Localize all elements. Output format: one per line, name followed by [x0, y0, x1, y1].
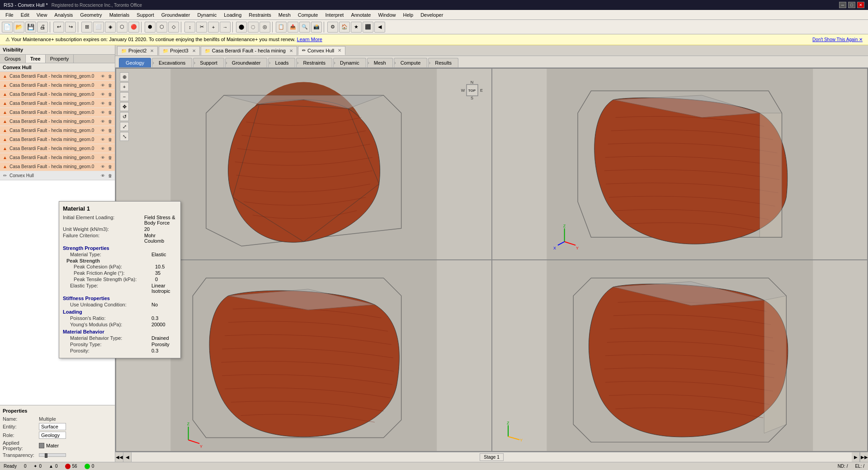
stage-prev-step-btn[interactable]: ◀ — [123, 452, 132, 462]
zoom-extent-btn[interactable]: ⊕ — [120, 72, 129, 81]
transparency-thumb[interactable] — [45, 453, 47, 458]
menu-item-support[interactable]: Support — [133, 11, 158, 19]
transparency-slider[interactable] — [39, 453, 66, 457]
tab-project2-close[interactable]: ✕ — [150, 48, 154, 53]
tool-9[interactable]: ◌ — [248, 22, 259, 33]
view-btn2[interactable]: ⬜ — [93, 22, 104, 33]
new-button[interactable]: 📄 — [2, 22, 13, 33]
save-button[interactable]: 💾 — [25, 22, 36, 33]
tree-item-5[interactable]: ▲ Casa Berardi Fault - hecla mining_geom… — [0, 117, 115, 126]
menu-item-groundwater[interactable]: Groundwater — [158, 11, 194, 19]
tool-16[interactable]: 🏠 — [339, 22, 350, 33]
tab-casa-berardi[interactable]: 📁 Casa Berardi Fault - hecla mining ✕ — [201, 46, 297, 55]
tree-item-del-4[interactable]: 🗑 — [107, 109, 113, 116]
menu-item-materials[interactable]: Materials — [106, 11, 133, 19]
collapse-btn[interactable]: ⤡ — [120, 132, 129, 141]
tool-1[interactable]: ⬢ — [145, 22, 156, 33]
menu-item-file[interactable]: File — [2, 11, 17, 19]
tab-tree[interactable]: Tree — [26, 55, 46, 63]
tool-3[interactable]: ◇ — [168, 22, 179, 33]
print-button[interactable]: 🖨 — [37, 22, 48, 33]
tree-item-0[interactable]: ▲ Casa Berardi Fault - hecla mining_geom… — [0, 72, 115, 81]
menu-item-window[interactable]: Window — [374, 11, 399, 19]
nav-tab-results[interactable]: Results — [428, 58, 458, 67]
tree-item-2[interactable]: ▲ Casa Berardi Fault - hecla mining_geom… — [0, 90, 115, 99]
tool-10[interactable]: ◎ — [259, 22, 270, 33]
menu-item-loading[interactable]: Loading — [220, 11, 245, 19]
view-btn3[interactable]: ◈ — [105, 22, 116, 33]
tool-13[interactable]: 🔍 — [299, 22, 310, 33]
expand-btn[interactable]: ⤢ — [120, 122, 129, 131]
zoom-in-btn[interactable]: + — [120, 82, 129, 91]
tool-5[interactable]: ✂ — [196, 22, 207, 33]
tree-item-eye-2[interactable]: 👁 — [99, 91, 106, 98]
menu-item-dynamic[interactable]: Dynamic — [193, 11, 220, 19]
tab-project3[interactable]: 📁 Project3 ✕ — [159, 46, 199, 55]
tree-item-eye-6[interactable]: 👁 — [99, 127, 106, 134]
tree-item-10[interactable]: ▲ Casa Berardi Fault - hecla mining_geom… — [0, 162, 115, 171]
menu-item-annotate[interactable]: Annotate — [347, 11, 374, 19]
tree-item-convex-hull[interactable]: ✏ Convex Hull 👁 🗑 — [0, 171, 115, 180]
tab-project2[interactable]: 📁 Project2 ✕ — [117, 46, 158, 55]
tree-item-eye-9[interactable]: 👁 — [99, 155, 106, 161]
tool-17[interactable]: ★ — [351, 22, 362, 33]
nav-tab-compute[interactable]: Compute — [394, 58, 428, 67]
tree-item-del-0[interactable]: 🗑 — [107, 73, 113, 80]
nav-tab-dynamic[interactable]: Dynamic — [333, 58, 366, 67]
stage-1-btn[interactable]: Stage 1 — [480, 453, 503, 461]
dismiss-notification-button[interactable]: Don't Show This Again ✕ — [812, 37, 863, 42]
nav-tab-geology[interactable]: Geology — [119, 58, 151, 67]
minimize-button[interactable]: ─ — [839, 2, 846, 8]
tree-item-9[interactable]: ▲ Casa Berardi Fault - hecla mining_geom… — [0, 153, 115, 162]
tab-property[interactable]: Property — [46, 55, 74, 63]
tab-convex-hull[interactable]: ✏ Convex Hull ✕ — [298, 46, 345, 55]
tab-convex-close[interactable]: ✕ — [338, 48, 341, 53]
undo-button[interactable]: ↩ — [53, 22, 64, 33]
pan-btn[interactable]: ✥ — [120, 102, 129, 111]
menu-item-view[interactable]: View — [33, 11, 51, 19]
tree-item-del-5[interactable]: 🗑 — [107, 118, 113, 125]
tree-item-del-6[interactable]: 🗑 — [107, 127, 113, 134]
tool-19[interactable]: ◀ — [374, 22, 385, 33]
tree-item-del-10[interactable]: 🗑 — [107, 164, 113, 170]
tree-item-del-7[interactable]: 🗑 — [107, 136, 113, 143]
convex-del-btn[interactable]: 🗑 — [107, 173, 113, 179]
tree-item-7[interactable]: ▲ Casa Berardi Fault - hecla mining_geom… — [0, 135, 115, 144]
menu-item-mesh[interactable]: Mesh — [275, 11, 294, 19]
tree-item-eye-3[interactable]: 👁 — [99, 100, 106, 107]
menu-item-geometry[interactable]: Geometry — [76, 11, 105, 19]
stage-next-btn[interactable]: ▶▶ — [860, 452, 868, 462]
tree-item-1[interactable]: ▲ Casa Berardi Fault - hecla mining_geom… — [0, 81, 115, 90]
tree-item-4[interactable]: ▲ Casa Berardi Fault - hecla mining_geom… — [0, 108, 115, 117]
tree-item-eye-0[interactable]: 👁 — [99, 73, 106, 80]
tree-item-del-1[interactable]: 🗑 — [107, 82, 113, 89]
menu-item-restraints[interactable]: Restraints — [245, 11, 275, 19]
tool-4[interactable]: ↕ — [184, 22, 195, 33]
tool-7[interactable]: → — [220, 22, 231, 33]
nav-tab-support[interactable]: Support — [193, 58, 224, 67]
tree-item-del-8[interactable]: 🗑 — [107, 146, 113, 152]
view-btn5[interactable]: 🔴 — [128, 22, 139, 33]
tab-project3-close[interactable]: ✕ — [192, 48, 196, 53]
stage-next-step-btn[interactable]: ▶ — [852, 452, 860, 462]
tab-casa-close[interactable]: ✕ — [289, 48, 293, 53]
tool-2[interactable]: ⬡ — [156, 22, 167, 33]
menu-item-help[interactable]: Help — [400, 11, 417, 19]
tool-8[interactable]: ⬤ — [236, 22, 247, 33]
tab-groups[interactable]: Groups — [0, 55, 26, 63]
menu-item-analysis[interactable]: Analysis — [51, 11, 76, 19]
open-button[interactable]: 📂 — [14, 22, 24, 33]
nav-tab-excavations[interactable]: Excavations — [152, 58, 192, 67]
tool-6[interactable]: + — [208, 22, 219, 33]
tree-item-eye-7[interactable]: 👁 — [99, 136, 106, 143]
tool-12[interactable]: 📤 — [288, 22, 298, 33]
menu-item-compute[interactable]: Compute — [294, 11, 322, 19]
tree-item-3[interactable]: ▲ Casa Berardi Fault - hecla mining_geom… — [0, 99, 115, 108]
nav-tab-groundwater[interactable]: Groundwater — [225, 58, 268, 67]
zoom-out-btn[interactable]: − — [120, 92, 129, 101]
tree-item-del-3[interactable]: 🗑 — [107, 100, 113, 107]
tree-item-eye-8[interactable]: 👁 — [99, 146, 106, 152]
convex-eye-btn[interactable]: 👁 — [99, 173, 106, 179]
nav-tab-loads[interactable]: Loads — [268, 58, 295, 67]
tool-15[interactable]: ⚙ — [327, 22, 338, 33]
